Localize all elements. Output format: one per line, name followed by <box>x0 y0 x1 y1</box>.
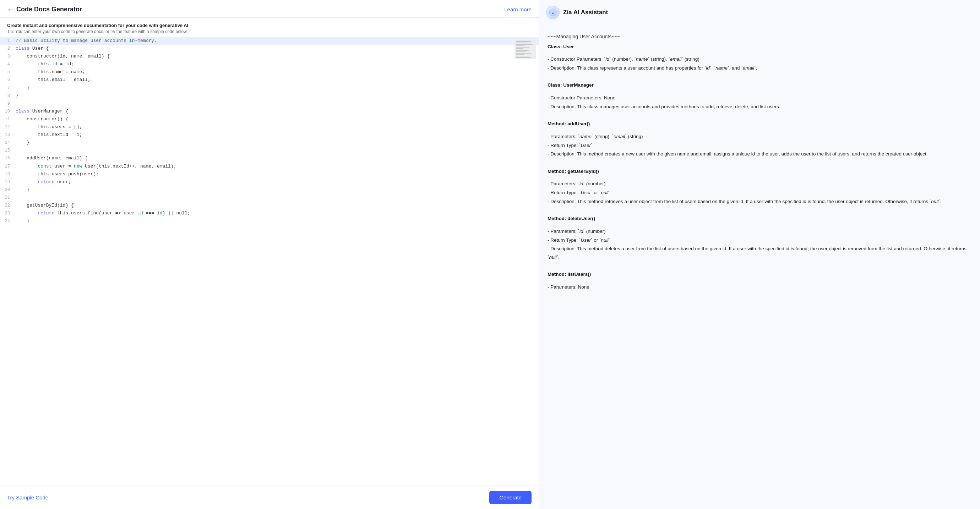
left-panel: ← Code Docs Generator Learn more Create … <box>0 0 539 509</box>
app-title: Code Docs Generator <box>16 6 82 13</box>
method-listusers-title: Method: listUsers() <box>547 270 972 278</box>
ai-header: Z Zia AI Assistant <box>539 0 980 25</box>
code-line: 19 return user; <box>0 178 539 186</box>
code-line: 15 <box>0 146 539 154</box>
code-line: 13 this.nextId = 1; <box>0 131 539 139</box>
zia-avatar: Z <box>546 6 560 19</box>
method-adduser-item-2: - Description: This method creates a new… <box>547 150 972 158</box>
method-deleteuser-item-2: - Description: This method deletes a use… <box>547 245 972 261</box>
generate-button[interactable]: Generate <box>489 491 531 504</box>
code-line: 22 getUserById(id) { <box>0 202 539 210</box>
managing-title: ~~~Managing User Accounts~~~ <box>547 32 972 41</box>
code-line: 16 addUser(name, email) { <box>0 154 539 162</box>
learn-more-link[interactable]: Learn more <box>504 6 531 13</box>
header-left: ← Code Docs Generator <box>7 6 82 13</box>
method-adduser-title: Method: addUser() <box>547 119 972 128</box>
code-line: 8 } <box>0 92 539 100</box>
method-deleteuser-item-1: - Return Type: `User` or `null` <box>547 236 972 245</box>
app-header: ← Code Docs Generator Learn more <box>0 0 539 18</box>
code-line: 9 <box>0 100 539 108</box>
method-getuserbyid-item-1: - Return Type: `User` or `null` <box>547 188 972 197</box>
code-line: 4 this.id = id; <box>0 60 539 68</box>
method-deleteuser-title: Method: deleteUser() <box>547 215 972 223</box>
code-editor[interactable]: 1 // Basic utility to manage user accoun… <box>0 37 539 225</box>
subtitle-tip: Tip: You can enter your own code to gene… <box>7 29 531 34</box>
method-getuserbyid-item-0: - Parameters: `id` (number) <box>547 180 972 188</box>
class-user-item-0: - Constructor Parameters: `id` (number),… <box>547 55 972 64</box>
subtitle-section: Create instant and comprehensive documen… <box>0 18 539 37</box>
code-line: 20 } <box>0 186 539 194</box>
code-line: 23 return this.users.find(user => user.i… <box>0 210 539 217</box>
class-user-item-1: - Description: This class represents a u… <box>547 64 972 72</box>
back-button[interactable]: ← <box>7 6 13 13</box>
code-line: 2 class User { <box>0 45 539 52</box>
ai-title: Zia AI Assistant <box>563 9 608 16</box>
class-user-title: Class: User <box>547 43 972 51</box>
method-getuserbyid-title: Method: getUserById() <box>547 167 972 176</box>
code-line: 14 } <box>0 139 539 146</box>
code-line: 18 this.users.push(user); <box>0 170 539 178</box>
code-line: 12 this.users = []; <box>0 123 539 131</box>
try-sample-button[interactable]: Try Sample Code <box>7 493 48 502</box>
method-getuserbyid-item-2: - Description: This method retrieves a u… <box>547 197 972 206</box>
code-line: 3 constructor(id, name, email) { <box>0 52 539 60</box>
code-line: 24 } <box>0 217 539 225</box>
code-line: 10 class UserManager { <box>0 108 539 115</box>
code-line: 7 } <box>0 84 539 92</box>
method-adduser-item-0: - Parameters: `name` (string), `email` (… <box>547 132 972 141</box>
method-adduser-item-1: - Return Type: `User` <box>547 141 972 150</box>
code-thumbnail <box>514 40 536 59</box>
method-deleteuser-item-0: - Parameters: `id` (number) <box>547 227 972 236</box>
code-editor-area[interactable]: 1 // Basic utility to manage user accoun… <box>0 37 539 485</box>
code-line: 11 constructor() { <box>0 115 539 123</box>
code-line: 1 // Basic utility to manage user accoun… <box>0 37 539 45</box>
method-listusers-item-0: - Parameters: None <box>547 283 972 291</box>
code-line: 6 this.email = email; <box>0 76 539 84</box>
class-usermanager-item-0: - Constructor Parameters: None <box>547 94 972 102</box>
right-panel: Z Zia AI Assistant ~~~Managing User Acco… <box>539 0 980 509</box>
svg-text:Z: Z <box>552 11 554 14</box>
bottom-bar: Try Sample Code Generate <box>0 485 539 509</box>
code-line: 5 this.name = name; <box>0 68 539 76</box>
subtitle-main: Create instant and comprehensive documen… <box>7 23 531 28</box>
code-line: 17 const user = new User(this.nextId++, … <box>0 162 539 170</box>
class-usermanager-item-1: - Description: This class manages user a… <box>547 103 972 111</box>
code-line: 21 <box>0 194 539 202</box>
ai-content[interactable]: ~~~Managing User Accounts~~~ Class: User… <box>539 25 980 509</box>
class-usermanager-title: Class: UserManager <box>547 81 972 89</box>
